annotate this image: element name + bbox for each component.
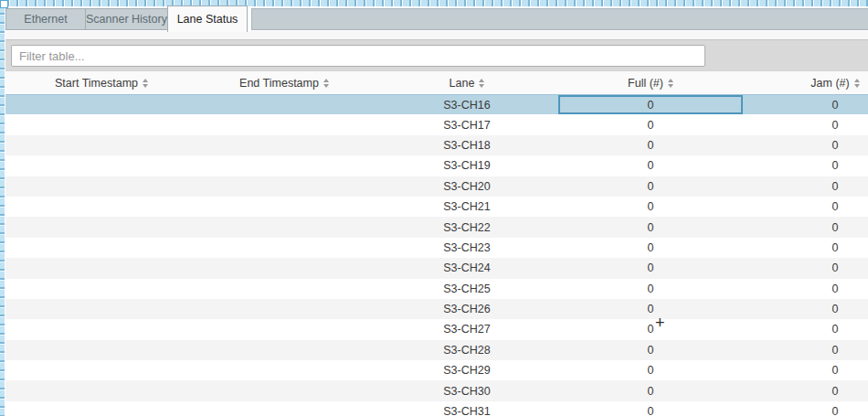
table-row[interactable]: S3-CH2200 bbox=[5, 217, 868, 237]
table-row[interactable]: S3-CH2100 bbox=[5, 197, 868, 217]
table-row[interactable]: S3-CH2500 bbox=[5, 279, 868, 299]
column-header-lane[interactable]: Lane bbox=[376, 71, 558, 94]
cell-start[interactable] bbox=[10, 299, 193, 319]
cell-end[interactable] bbox=[193, 197, 376, 217]
filter-table-input[interactable] bbox=[11, 45, 705, 67]
cell-lane[interactable]: S3-CH21 bbox=[376, 197, 558, 217]
cell-start[interactable] bbox=[10, 217, 193, 237]
tab-ethernet[interactable]: Ethernet bbox=[5, 8, 86, 30]
cell-full[interactable]: 0 bbox=[558, 114, 743, 134]
cell-jam[interactable]: 0 bbox=[743, 155, 868, 176]
cell-jam[interactable]: 0 bbox=[743, 217, 868, 237]
cell-full[interactable]: 0 bbox=[558, 176, 743, 197]
cell-full[interactable]: 0 bbox=[558, 258, 743, 278]
cell-start[interactable] bbox=[10, 238, 193, 258]
table-row[interactable]: S3-CH2400 bbox=[5, 258, 868, 278]
cell-end[interactable] bbox=[193, 176, 376, 197]
table-row[interactable]: S3-CH2300 bbox=[5, 238, 868, 258]
cell-start[interactable] bbox=[10, 279, 193, 299]
cell-lane[interactable]: S3-CH23 bbox=[376, 238, 558, 258]
cell-full[interactable]: 0 bbox=[558, 279, 743, 299]
table-row[interactable]: S3-CH1900 bbox=[5, 155, 868, 176]
cell-end[interactable] bbox=[193, 114, 376, 134]
cell-start[interactable] bbox=[10, 176, 193, 197]
cell-end[interactable] bbox=[193, 258, 376, 278]
cell-full[interactable]: 0 bbox=[558, 238, 743, 258]
cell-end[interactable] bbox=[193, 155, 376, 176]
table-row[interactable]: S3-CH3000 bbox=[5, 380, 868, 400]
cell-full[interactable]: 0 bbox=[558, 135, 743, 155]
cell-end[interactable] bbox=[193, 401, 376, 416]
cell-full[interactable]: 0 bbox=[558, 380, 743, 400]
cell-start[interactable] bbox=[10, 135, 193, 155]
cell-jam[interactable]: 0 bbox=[743, 380, 868, 400]
cell-lane[interactable]: S3-CH19 bbox=[376, 155, 558, 176]
cell-full[interactable]: 0 bbox=[558, 360, 743, 380]
tab-scanner-history[interactable]: Scanner History bbox=[85, 8, 168, 30]
column-header-end-timestamp[interactable]: End Timestamp bbox=[193, 71, 376, 94]
cell-start[interactable] bbox=[10, 95, 193, 114]
cell-end[interactable] bbox=[193, 299, 376, 319]
cell-jam[interactable]: 0 bbox=[743, 319, 868, 339]
cell-jam[interactable]: 0 bbox=[743, 197, 868, 217]
cell-jam[interactable]: 0 bbox=[743, 340, 868, 360]
cell-start[interactable] bbox=[10, 360, 193, 380]
cell-lane[interactable]: S3-CH30 bbox=[376, 380, 558, 400]
cell-jam[interactable]: 0 bbox=[743, 299, 868, 319]
cell-start[interactable] bbox=[10, 197, 193, 217]
cell-lane[interactable]: S3-CH22 bbox=[376, 217, 558, 237]
cell-end[interactable] bbox=[193, 279, 376, 299]
column-header-start-timestamp[interactable]: Start Timestamp bbox=[10, 71, 193, 94]
cell-jam[interactable]: 0 bbox=[743, 135, 868, 155]
cell-jam[interactable]: 0 bbox=[743, 176, 868, 197]
cell-full[interactable]: 0 bbox=[558, 217, 743, 237]
cell-start[interactable] bbox=[10, 380, 193, 400]
cell-full[interactable]: 0 bbox=[558, 299, 743, 319]
table-row[interactable]: S3-CH3100 bbox=[5, 401, 868, 416]
cell-full[interactable]: 0 bbox=[558, 155, 743, 176]
cell-lane[interactable]: S3-CH26 bbox=[376, 299, 558, 319]
cell-lane[interactable]: S3-CH27 bbox=[376, 319, 558, 339]
cell-jam[interactable]: 0 bbox=[743, 258, 868, 278]
cell-lane[interactable]: S3-CH18 bbox=[376, 135, 558, 155]
cell-start[interactable] bbox=[10, 155, 193, 176]
cell-full[interactable]: 0 bbox=[558, 197, 743, 217]
tab-lane-status[interactable]: Lane Status bbox=[167, 5, 248, 32]
cell-jam[interactable]: 0 bbox=[743, 114, 868, 134]
table-row[interactable]: S3-CH2600 bbox=[5, 299, 868, 319]
cell-jam[interactable]: 0 bbox=[743, 360, 868, 380]
cell-jam[interactable]: 0 bbox=[743, 238, 868, 258]
cell-lane[interactable]: S3-CH20 bbox=[376, 176, 558, 197]
cell-end[interactable] bbox=[193, 135, 376, 155]
cell-end[interactable] bbox=[193, 95, 376, 114]
table-row[interactable]: S3-CH2700 bbox=[5, 319, 868, 339]
cell-start[interactable] bbox=[10, 401, 193, 416]
cell-lane[interactable]: S3-CH24 bbox=[376, 258, 558, 278]
cell-end[interactable] bbox=[193, 319, 376, 339]
cell-full[interactable]: 0 bbox=[558, 95, 743, 114]
cell-end[interactable] bbox=[193, 340, 376, 360]
table-row[interactable]: S3-CH2900 bbox=[5, 360, 868, 380]
cell-start[interactable] bbox=[10, 340, 193, 360]
selection-resize-handle[interactable] bbox=[0, 0, 8, 8]
table-row[interactable]: S3-CH1700 bbox=[5, 114, 868, 134]
cell-lane[interactable]: S3-CH25 bbox=[376, 279, 558, 299]
cell-lane[interactable]: S3-CH16 bbox=[376, 95, 558, 114]
cell-jam[interactable]: 0 bbox=[743, 95, 868, 114]
cell-lane[interactable]: S3-CH28 bbox=[376, 340, 558, 360]
cell-lane[interactable]: S3-CH29 bbox=[376, 360, 558, 380]
column-header-jam[interactable]: Jam (#) bbox=[743, 71, 868, 94]
cell-full[interactable]: 0 bbox=[558, 401, 743, 416]
table-row[interactable]: S3-CH1800 bbox=[5, 135, 868, 155]
column-header-full[interactable]: Full (#) bbox=[558, 71, 743, 94]
cell-jam[interactable]: 0 bbox=[743, 401, 868, 416]
table-row[interactable]: S3-CH2000 bbox=[5, 176, 868, 197]
table-row[interactable]: S3-CH2800 bbox=[5, 340, 868, 360]
cell-start[interactable] bbox=[10, 258, 193, 278]
table-row[interactable]: S3-CH1600 bbox=[5, 94, 868, 114]
cell-lane[interactable]: S3-CH17 bbox=[376, 114, 558, 134]
cell-start[interactable] bbox=[10, 114, 193, 134]
cell-lane[interactable]: S3-CH31 bbox=[376, 401, 558, 416]
cell-end[interactable] bbox=[193, 238, 376, 258]
cell-end[interactable] bbox=[193, 360, 376, 380]
